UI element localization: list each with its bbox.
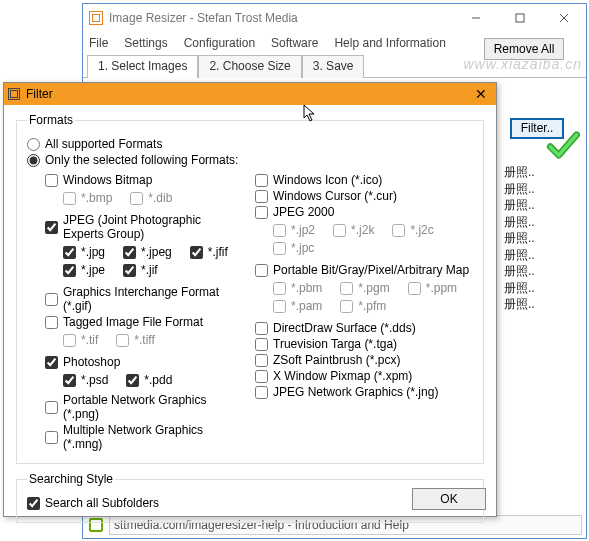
svg-rect-1 bbox=[516, 14, 524, 22]
list-item[interactable]: 册照.. bbox=[504, 164, 564, 181]
check-gif[interactable]: Graphics Interchange Format (*.gif) bbox=[45, 285, 245, 313]
check-search-subfolders[interactable]: Search all Subfolders bbox=[27, 496, 473, 510]
check-jpeg2000[interactable]: JPEG 2000 bbox=[255, 205, 473, 219]
check-tif[interactable]: *.tif bbox=[63, 333, 98, 347]
radio-all-input[interactable] bbox=[27, 138, 40, 151]
check-jp2[interactable]: *.jp2 bbox=[273, 223, 315, 237]
menu-help[interactable]: Help and Information bbox=[334, 36, 445, 50]
app-icon bbox=[89, 11, 103, 25]
file-list[interactable]: 册照.. 册照.. 册照.. 册照.. 册照.. 册照.. 册照.. 册照.. … bbox=[504, 164, 564, 313]
check-tga[interactable]: Truevision Targa (*.tga) bbox=[255, 337, 473, 351]
tab-choose-size[interactable]: 2. Choose Size bbox=[198, 55, 301, 78]
check-dib[interactable]: *.dib bbox=[130, 191, 172, 205]
formats-left-column: Windows Bitmap *.bmp *.dib JPEG (Joint P… bbox=[27, 171, 245, 453]
tab-select-images[interactable]: 1. Select Images bbox=[87, 55, 198, 78]
titlebar: Image Resizer - Stefan Trost Media bbox=[83, 4, 586, 32]
menu-settings[interactable]: Settings bbox=[124, 36, 167, 50]
radio-all-label: All supported Formats bbox=[45, 137, 162, 151]
checkmark-icon bbox=[546, 128, 580, 162]
list-item[interactable]: 册照.. bbox=[504, 181, 564, 198]
window-title: Image Resizer - Stefan Trost Media bbox=[109, 11, 298, 25]
check-jpc[interactable]: *.jpc bbox=[273, 241, 314, 255]
dialog-titlebar: Filter ✕ bbox=[4, 83, 496, 105]
check-photoshop[interactable]: Photoshop bbox=[45, 355, 245, 369]
dialog-icon bbox=[8, 88, 20, 100]
check-pcx[interactable]: ZSoft Paintbrush (*.pcx) bbox=[255, 353, 473, 367]
minimize-button[interactable] bbox=[454, 4, 498, 32]
list-item[interactable]: 册照.. bbox=[504, 296, 564, 313]
check-jfif[interactable]: *.jfif bbox=[190, 245, 228, 259]
check-ico[interactable]: Windows Icon (*.ico) bbox=[255, 173, 473, 187]
check-png[interactable]: Portable Network Graphics (*.png) bbox=[45, 393, 245, 421]
formats-right-column: Windows Icon (*.ico) Windows Cursor (*.c… bbox=[255, 171, 473, 453]
list-item[interactable]: 册照.. bbox=[504, 197, 564, 214]
check-pgm[interactable]: *.pgm bbox=[340, 281, 389, 295]
searching-legend: Searching Style bbox=[27, 472, 115, 486]
list-item[interactable]: 册照.. bbox=[504, 280, 564, 297]
filter-dialog: Filter ✕ Formats All supported Formats O… bbox=[3, 82, 497, 517]
check-psd[interactable]: *.psd bbox=[63, 373, 108, 387]
dialog-close-button[interactable]: ✕ bbox=[466, 86, 496, 102]
radio-selected-input[interactable] bbox=[27, 154, 40, 167]
check-windows-bitmap[interactable]: Windows Bitmap bbox=[45, 173, 245, 187]
radio-selected-formats[interactable]: Only the selected following Formats: bbox=[27, 153, 473, 167]
check-jng[interactable]: JPEG Network Graphics (*.jng) bbox=[255, 385, 473, 399]
check-pfm[interactable]: *.pfm bbox=[340, 299, 386, 313]
menu-configuration[interactable]: Configuration bbox=[184, 36, 255, 50]
tab-save[interactable]: 3. Save bbox=[302, 55, 365, 78]
check-tiff-group[interactable]: Tagged Image File Format bbox=[45, 315, 245, 329]
list-item[interactable]: 册照.. bbox=[504, 230, 564, 247]
check-pdd[interactable]: *.pdd bbox=[126, 373, 172, 387]
check-jpeg[interactable]: *.jpeg bbox=[123, 245, 172, 259]
check-jpe[interactable]: *.jpe bbox=[63, 263, 105, 277]
check-ppm[interactable]: *.ppm bbox=[408, 281, 457, 295]
radio-selected-label: Only the selected following Formats: bbox=[45, 153, 238, 167]
check-jpeg-group[interactable]: JPEG (Joint Photographic Experts Group) bbox=[45, 213, 245, 241]
window-controls bbox=[454, 4, 586, 32]
check-portable-map[interactable]: Portable Bit/Gray/Pixel/Arbitrary Map bbox=[255, 263, 473, 277]
watermark-text: www.xiazaiba.cn bbox=[464, 56, 583, 72]
list-item[interactable]: 册照.. bbox=[504, 263, 564, 280]
check-j2k[interactable]: *.j2k bbox=[333, 223, 374, 237]
check-xpm[interactable]: X Window Pixmap (*.xpm) bbox=[255, 369, 473, 383]
list-item[interactable]: 册照.. bbox=[504, 214, 564, 231]
dialog-buttons: OK bbox=[412, 488, 486, 510]
menu-software[interactable]: Software bbox=[271, 36, 318, 50]
check-jif[interactable]: *.jif bbox=[123, 263, 158, 277]
check-dds[interactable]: DirectDraw Surface (*.dds) bbox=[255, 321, 473, 335]
dialog-title: Filter bbox=[26, 87, 53, 101]
check-cur[interactable]: Windows Cursor (*.cur) bbox=[255, 189, 473, 203]
dialog-body: Formats All supported Formats Only the s… bbox=[4, 105, 496, 516]
list-item[interactable]: 册照.. bbox=[504, 247, 564, 264]
check-pbm[interactable]: *.pbm bbox=[273, 281, 322, 295]
menu-file[interactable]: File bbox=[89, 36, 108, 50]
maximize-button[interactable] bbox=[498, 4, 542, 32]
check-j2c[interactable]: *.j2c bbox=[392, 223, 433, 237]
check-tiff[interactable]: *.tiff bbox=[116, 333, 154, 347]
check-jpg[interactable]: *.jpg bbox=[63, 245, 105, 259]
close-button[interactable] bbox=[542, 4, 586, 32]
radio-all-formats[interactable]: All supported Formats bbox=[27, 137, 473, 151]
check-pam[interactable]: *.pam bbox=[273, 299, 322, 313]
formats-legend: Formats bbox=[27, 113, 75, 127]
ok-button[interactable]: OK bbox=[412, 488, 486, 510]
check-bmp[interactable]: *.bmp bbox=[63, 191, 112, 205]
check-mng[interactable]: Multiple Network Graphics (*.mng) bbox=[45, 423, 245, 451]
formats-group: Formats All supported Formats Only the s… bbox=[16, 113, 484, 464]
